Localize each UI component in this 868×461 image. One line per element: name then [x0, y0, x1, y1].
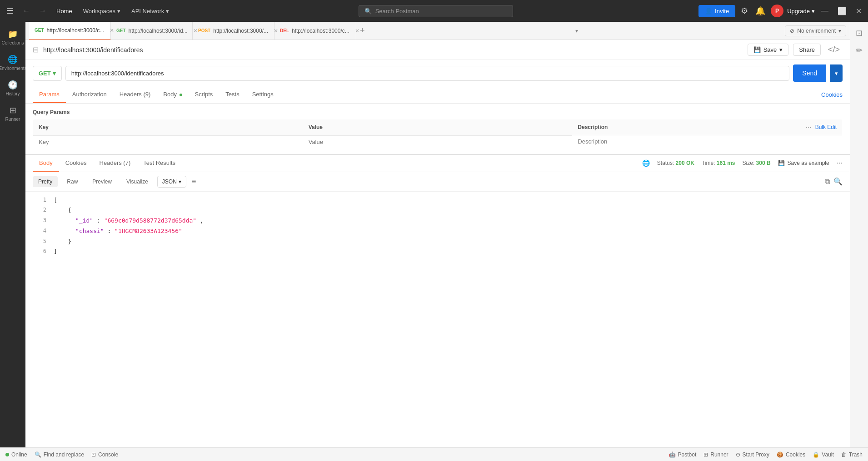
content-area: GET http://localhost:3000/c... ✕ GET htt…	[25, 22, 850, 447]
minimize-button[interactable]: —	[818, 5, 831, 17]
status-label: Status: 200 OK	[657, 160, 694, 166]
format-raw[interactable]: Raw	[61, 176, 83, 187]
value-input[interactable]	[309, 139, 567, 145]
tab-authorization[interactable]: Authorization	[66, 86, 113, 103]
forward-button[interactable]: →	[36, 5, 49, 17]
status-bar-right: 🤖 Postbot ⊞ Runner ⊙ Start Proxy 🍪 Cooki…	[669, 451, 863, 458]
tab-url: http://localhost:3000/c...	[47, 27, 105, 34]
tab-settings[interactable]: Settings	[246, 86, 280, 103]
sidebar-item-environments[interactable]: 🌐 Environments	[1, 51, 25, 74]
search-box[interactable]: 🔍 Search Postman	[359, 5, 513, 17]
resp-tab-body[interactable]: Body	[33, 155, 59, 172]
search-area: 🔍 Search Postman	[176, 5, 695, 17]
tab-scripts[interactable]: Scripts	[189, 86, 219, 103]
method-select[interactable]: GET ▾	[33, 66, 62, 81]
invite-button[interactable]: 👤 Invite	[698, 5, 735, 17]
tab-0[interactable]: GET http://localhost:3000/c... ✕	[29, 22, 111, 40]
globe-icon: 🌐	[642, 159, 650, 167]
send-button[interactable]: Send	[793, 64, 826, 82]
runner-button[interactable]: ⊞ Runner	[703, 451, 728, 458]
trash-icon: 🗑	[841, 451, 847, 458]
console-icon: ⊡	[91, 451, 96, 458]
close-tab-icon[interactable]: ✕	[355, 28, 359, 34]
params-table: Key Value Description ··· Bulk Edit	[33, 119, 843, 149]
find-replace-button[interactable]: 🔍 Find and replace	[35, 451, 84, 458]
workspaces-button[interactable]: Workspaces ▾	[80, 6, 124, 16]
settings-icon[interactable]: ⚙	[739, 4, 750, 18]
json-line-1: 1 [	[25, 195, 850, 206]
format-pretty[interactable]: Pretty	[33, 176, 58, 187]
tab-url: http://localhost:3000/id...	[129, 28, 188, 34]
user-plus-icon: 👤	[705, 8, 712, 15]
tab-2[interactable]: POST http://localhost:3000/... ✕	[193, 22, 274, 40]
tab-3[interactable]: DEL http://localhost:3000/c... ✕	[274, 22, 356, 40]
cookies-button[interactable]: 🍪 Cookies	[777, 451, 805, 458]
format-preview[interactable]: Preview	[87, 176, 117, 187]
save-example-icon: 💾	[778, 160, 785, 166]
format-visualize[interactable]: Visualize	[121, 176, 154, 187]
avatar[interactable]: P	[771, 5, 783, 17]
tab-body[interactable]: Body	[157, 86, 188, 103]
menu-button[interactable]: ☰	[4, 4, 16, 18]
more-options-button[interactable]: ···	[805, 123, 811, 131]
method-badge: GET	[35, 28, 44, 33]
sidebar-item-history[interactable]: 🕐 History	[1, 76, 25, 100]
response-more-options-button[interactable]: ···	[837, 159, 843, 167]
right-panel-button-2[interactable]: ✏	[853, 43, 865, 58]
response-actions: ⧉ 🔍	[825, 177, 843, 186]
resp-tab-headers[interactable]: Headers (7)	[93, 155, 137, 172]
tab-url: http://localhost:3000/...	[213, 28, 268, 34]
tab-params[interactable]: Params	[33, 86, 66, 103]
topbar-right: 👤 Invite ⚙ 🔔 P Upgrade ▾ — ⬜ ✕	[698, 4, 864, 18]
online-status[interactable]: Online	[5, 451, 27, 458]
cookies-link[interactable]: Cookies	[821, 91, 843, 98]
bulk-edit-button[interactable]: Bulk Edit	[815, 124, 837, 130]
back-button[interactable]: ←	[20, 5, 33, 17]
search-response-button[interactable]: 🔍	[833, 177, 843, 186]
share-button[interactable]: Share	[793, 44, 821, 56]
console-button[interactable]: ⊡ Console	[91, 451, 118, 458]
trash-button[interactable]: 🗑 Trash	[841, 451, 863, 458]
format-dropdown[interactable]: JSON ▾	[157, 176, 186, 188]
api-network-button[interactable]: API Network ▾	[128, 6, 173, 16]
response-area: Body Cookies Headers (7) Test Results 🌐 …	[25, 154, 850, 448]
code-button[interactable]: </>	[825, 45, 843, 55]
request-title: http://localhost:3000/identificadores	[43, 46, 743, 54]
bell-icon[interactable]: 🔔	[753, 4, 767, 18]
resp-tab-test-results[interactable]: Test Results	[137, 155, 182, 172]
tabs-dropdown-button[interactable]: ▾	[575, 28, 578, 34]
body-dot	[180, 94, 182, 96]
send-dropdown-button[interactable]: ▾	[830, 64, 843, 82]
query-params-title: Query Params	[33, 109, 843, 115]
postbot-button[interactable]: 🤖 Postbot	[669, 451, 697, 458]
upgrade-button[interactable]: Upgrade ▾	[787, 8, 815, 15]
environment-selector[interactable]: ⊘ No environment ▾	[785, 25, 846, 36]
url-input[interactable]	[65, 66, 790, 81]
wrap-button[interactable]: ≡	[192, 178, 196, 186]
copy-response-button[interactable]: ⧉	[825, 177, 830, 186]
key-input[interactable]	[39, 139, 298, 145]
table-row	[33, 135, 843, 148]
maximize-button[interactable]: ⬜	[835, 5, 849, 17]
save-as-example-button[interactable]: 💾 Save as example	[778, 160, 829, 166]
desc-input[interactable]	[578, 138, 837, 145]
start-proxy-button[interactable]: ⊙ Start Proxy	[736, 451, 769, 458]
chevron-down-icon: ▾	[812, 8, 815, 15]
chevron-down-icon: ▾	[53, 70, 56, 77]
right-panel-button-1[interactable]: ⊡	[853, 25, 865, 41]
method-badge: DEL	[280, 28, 289, 33]
resp-tab-cookies[interactable]: Cookies	[59, 155, 93, 172]
sidebar-item-runner[interactable]: ⊞ Runner	[1, 102, 25, 125]
close-button[interactable]: ✕	[853, 5, 864, 17]
tab-headers[interactable]: Headers (9)	[113, 86, 157, 103]
response-format-bar: Pretty Raw Preview Visualize JSON ▾ ≡ ⧉	[25, 172, 850, 192]
home-button[interactable]: Home	[53, 6, 76, 16]
tab-tests[interactable]: Tests	[219, 86, 245, 103]
save-button[interactable]: 💾 Save ▾	[748, 44, 789, 56]
vault-button[interactable]: 🔒 Vault	[813, 451, 833, 458]
json-line-3: 3 "_id" : "669c0d79d588772d37d65dda" ,	[25, 216, 850, 226]
url-bar: GET ▾ Send ▾	[25, 60, 850, 86]
tab-1[interactable]: GET http://localhost:3000/id... ✕	[111, 22, 193, 40]
method-badge: GET	[116, 28, 126, 33]
sidebar-item-collections[interactable]: 📁 Collections	[1, 25, 25, 49]
